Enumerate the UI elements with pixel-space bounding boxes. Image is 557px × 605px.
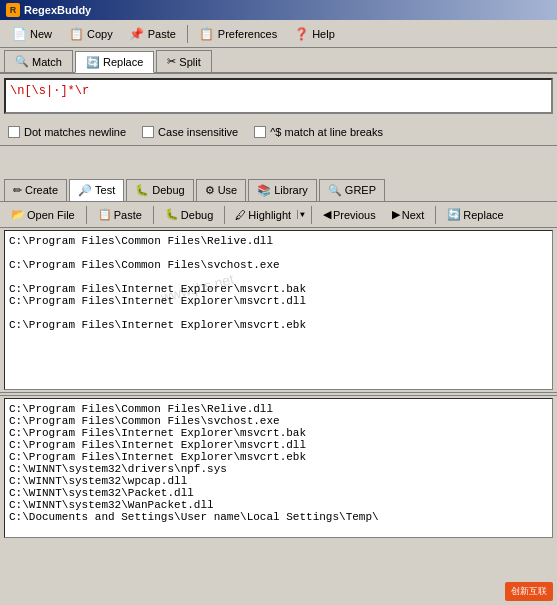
action-paste-icon: 📋 xyxy=(98,208,112,221)
grep-icon: 🔍 xyxy=(328,184,342,197)
tab-use[interactable]: ⚙ Use xyxy=(196,179,247,201)
test-top-line: C:\Program Files\Internet Explorer\msvcr… xyxy=(9,295,548,307)
copy-icon: 📋 xyxy=(68,26,84,42)
test-top-line: C:\Program Files\Internet Explorer\msvcr… xyxy=(9,283,548,295)
debug-icon: 🐛 xyxy=(135,184,149,197)
preferences-icon: 📋 xyxy=(199,26,215,42)
previous-button[interactable]: ◀ Previous xyxy=(316,205,383,225)
tab-match[interactable]: 🔍 Match xyxy=(4,50,73,72)
regex-input-area[interactable]: \n[\s|·]*\r xyxy=(4,78,553,114)
options-bar: Dot matches newline Case insensitive ^$ … xyxy=(0,118,557,146)
separator-5 xyxy=(311,206,312,224)
action-toolbar: 📂 Open File 📋 Paste 🐛 Debug 🖊 Highlight … xyxy=(0,202,557,228)
test-top-line: C:\Program Files\Internet Explorer\msvcr… xyxy=(9,319,548,331)
app-icon: R xyxy=(6,3,20,17)
multiline-option[interactable]: ^$ match at line breaks xyxy=(254,126,383,138)
logo-badge: 创新互联 xyxy=(505,582,553,601)
tab-grep[interactable]: 🔍 GREP xyxy=(319,179,385,201)
action-replace-icon: 🔄 xyxy=(447,208,461,221)
splitter-bar[interactable] xyxy=(0,392,557,396)
dot-newline-option[interactable]: Dot matches newline xyxy=(8,126,126,138)
test-top-line: C:\Program Files\Common Files\Relive.dll xyxy=(9,235,548,247)
spacer-area xyxy=(0,146,557,176)
test-top-line xyxy=(9,307,548,319)
bottom-tab-bar: ✏ Create 🔎 Test 🐛 Debug ⚙ Use 📚 Library … xyxy=(0,176,557,202)
highlight-dropdown-arrow[interactable]: ▼ xyxy=(297,210,307,219)
match-icon: 🔍 xyxy=(15,55,29,68)
test-bottom-line: C:\WINNT\system32\wpcap.dll xyxy=(9,475,548,487)
next-icon: ▶ xyxy=(392,208,400,221)
action-replace-button[interactable]: 🔄 Replace xyxy=(440,205,510,225)
paste-icon: 📌 xyxy=(129,26,145,42)
mode-tab-bar: 🔍 Match 🔄 Replace ✂ Split xyxy=(0,48,557,74)
tab-replace[interactable]: 🔄 Replace xyxy=(75,51,154,73)
highlight-split-button[interactable]: 🖊 Highlight ▼ xyxy=(229,205,307,225)
title-bar: R RegexBuddy xyxy=(0,0,557,20)
regex-value: \n[\s|·]*\r xyxy=(10,84,89,98)
test-bottom-line: C:\Program Files\Common Files\Relive.dll xyxy=(9,403,548,415)
action-paste-button[interactable]: 📋 Paste xyxy=(91,205,149,225)
highlight-icon: 🖊 xyxy=(235,209,246,221)
multiline-checkbox[interactable] xyxy=(254,126,266,138)
test-bottom-line: C:\Program Files\Internet Explorer\msvcr… xyxy=(9,451,548,463)
preferences-button[interactable]: 📋 Preferences xyxy=(192,23,284,45)
separator-4 xyxy=(224,206,225,224)
tab-create[interactable]: ✏ Create xyxy=(4,179,67,201)
separator-2 xyxy=(86,206,87,224)
action-debug-button[interactable]: 🐛 Debug xyxy=(158,205,220,225)
copy-button[interactable]: 📋 Copy xyxy=(61,23,120,45)
new-icon: 📄 xyxy=(11,26,27,42)
use-icon: ⚙ xyxy=(205,184,215,197)
case-insensitive-option[interactable]: Case insensitive xyxy=(142,126,238,138)
help-button[interactable]: ❓ Help xyxy=(286,23,342,45)
test-bottom-line: C:\Program Files\Internet Explorer\msvcr… xyxy=(9,439,548,451)
test-bottom-line: C:\WINNT\system32\WanPacket.dll xyxy=(9,499,548,511)
highlight-button[interactable]: 🖊 Highlight xyxy=(229,205,297,225)
open-file-button[interactable]: 📂 Open File xyxy=(4,205,82,225)
new-button[interactable]: 📄 New xyxy=(4,23,59,45)
test-icon: 🔎 xyxy=(78,184,92,197)
separator-3 xyxy=(153,206,154,224)
test-text-bottom[interactable]: C:\Program Files\Common Files\Relive.dll… xyxy=(4,398,553,538)
previous-icon: ◀ xyxy=(323,208,331,221)
test-bottom-line: C:\Program Files\Common Files\svchost.ex… xyxy=(9,415,548,427)
test-bottom-line: C:\Documents and Settings\User name\Loca… xyxy=(9,511,548,523)
test-bottom-line: C:\Program Files\Internet Explorer\msvcr… xyxy=(9,427,548,439)
test-text-top[interactable]: C:\Program Files\Common Files\Relive.dll… xyxy=(4,230,553,390)
separator-6 xyxy=(435,206,436,224)
open-file-icon: 📂 xyxy=(11,208,25,221)
library-icon: 📚 xyxy=(257,184,271,197)
test-bottom-line: C:\WINNT\system32\Packet.dll xyxy=(9,487,548,499)
case-insensitive-checkbox[interactable] xyxy=(142,126,154,138)
tab-split[interactable]: ✂ Split xyxy=(156,50,211,72)
replace-icon: 🔄 xyxy=(86,56,100,69)
action-debug-icon: 🐛 xyxy=(165,208,179,221)
test-bottom-line: C:\WINNT\system32\drivers\npf.sys xyxy=(9,463,548,475)
main-toolbar: 📄 New 📋 Copy 📌 Paste 📋 Preferences ❓ Hel… xyxy=(0,20,557,48)
test-top-line xyxy=(9,271,548,283)
tab-library[interactable]: 📚 Library xyxy=(248,179,317,201)
dot-newline-checkbox[interactable] xyxy=(8,126,20,138)
paste-button[interactable]: 📌 Paste xyxy=(122,23,183,45)
test-top-line xyxy=(9,247,548,259)
split-icon: ✂ xyxy=(167,55,176,68)
separator-1 xyxy=(187,25,188,43)
next-button[interactable]: ▶ Next xyxy=(385,205,432,225)
tab-test[interactable]: 🔎 Test xyxy=(69,179,124,201)
create-icon: ✏ xyxy=(13,184,22,197)
help-icon: ❓ xyxy=(293,26,309,42)
app-title: RegexBuddy xyxy=(24,4,91,16)
tab-debug[interactable]: 🐛 Debug xyxy=(126,179,193,201)
test-top-line: C:\Program Files\Common Files\svchost.ex… xyxy=(9,259,548,271)
